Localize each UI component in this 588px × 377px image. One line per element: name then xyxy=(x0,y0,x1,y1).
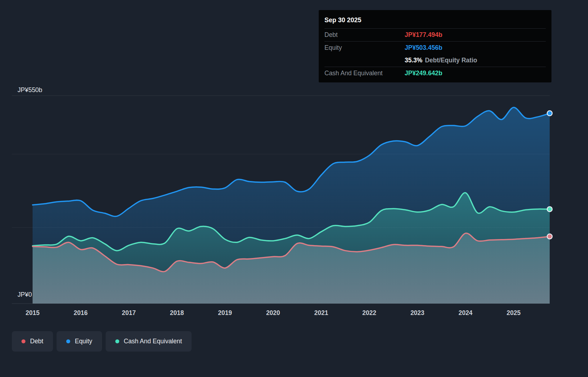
legend-equity-label: Equity xyxy=(75,338,92,345)
equity-legend-dot-icon xyxy=(66,339,70,343)
tooltip-row-equity: Equity JP¥503.456b xyxy=(324,41,546,54)
legend-item-debt[interactable]: Debt xyxy=(12,331,53,352)
x-tick-label: 2020 xyxy=(266,309,280,316)
debt-legend-dot-icon xyxy=(21,339,25,343)
legend-cash-label: Cash And Equivalent xyxy=(124,338,182,345)
x-tick-label: 2018 xyxy=(170,309,184,316)
tooltip-cash-label: Cash And Equivalent xyxy=(324,70,405,77)
tooltip-row-ratio: 35.3%Debt/Equity Ratio xyxy=(324,54,546,67)
x-tick-label: 2021 xyxy=(314,309,328,316)
tooltip-debt-value: JP¥177.494b xyxy=(405,31,442,39)
tooltip-equity-label: Equity xyxy=(324,44,405,52)
cash-legend-dot-icon xyxy=(115,339,119,343)
cash-endpoint-marker[interactable] xyxy=(547,207,552,212)
chart-canvas: JP¥550b JP¥0 201520162017201820192020202… xyxy=(0,0,588,377)
tooltip-equity-value: JP¥503.456b xyxy=(405,44,442,52)
x-tick-label: 2025 xyxy=(507,309,521,316)
debt-equity-cash-chart[interactable]: 2015201620172018201920202021202220232024… xyxy=(12,96,550,320)
tooltip-cash-value: JP¥249.642b xyxy=(405,70,442,77)
equity-endpoint-marker[interactable] xyxy=(547,111,552,116)
tooltip-date: Sep 30 2025 xyxy=(324,14,546,28)
x-tick-label: 2022 xyxy=(362,309,376,316)
chart-legend: Debt Equity Cash And Equivalent xyxy=(12,331,192,352)
x-tick-label: 2019 xyxy=(218,309,232,316)
tooltip-row-debt: Debt JP¥177.494b xyxy=(324,28,546,41)
chart-tooltip: Sep 30 2025 Debt JP¥177.494b Equity JP¥5… xyxy=(319,10,551,82)
legend-item-cash[interactable]: Cash And Equivalent xyxy=(106,331,192,352)
tooltip-ratio-label: Debt/Equity Ratio xyxy=(425,57,477,64)
legend-debt-label: Debt xyxy=(30,338,43,345)
y-axis-label-max: JP¥550b xyxy=(18,86,42,94)
debt-endpoint-marker[interactable] xyxy=(547,234,552,239)
legend-item-equity[interactable]: Equity xyxy=(57,331,102,352)
x-tick-label: 2017 xyxy=(122,309,136,316)
x-tick-label: 2023 xyxy=(410,309,424,316)
tooltip-row-cash: Cash And Equivalent JP¥249.642b xyxy=(324,67,546,80)
chart-plot-area[interactable]: 2015201620172018201920202021202220232024… xyxy=(12,96,550,320)
x-tick-label: 2016 xyxy=(74,309,88,316)
tooltip-debt-label: Debt xyxy=(324,31,405,39)
tooltip-ratio-value: 35.3% xyxy=(405,57,423,64)
x-tick-label: 2024 xyxy=(458,309,472,316)
x-tick-label: 2015 xyxy=(26,309,40,316)
